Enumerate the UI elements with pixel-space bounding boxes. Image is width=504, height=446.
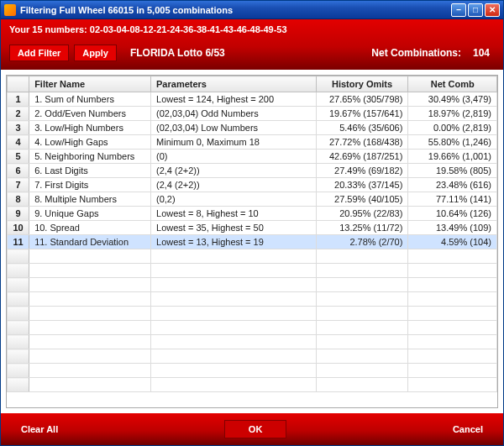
- table-row[interactable]: 88. Multiple Numbers(0,2)27.59% (40/105)…: [8, 192, 497, 207]
- ok-button[interactable]: OK: [224, 420, 287, 438]
- cell-parameters: (0,2): [151, 192, 317, 207]
- table-row[interactable]: 1111. Standard DeviationLowest = 13, Hig…: [8, 235, 497, 249]
- cell-parameters: (2,4 (2+2)): [151, 164, 317, 178]
- table-row[interactable]: 44. Low/High GapsMinimum 0, Maximum 1827…: [8, 135, 497, 150]
- row-number: 10: [8, 221, 29, 235]
- app-icon: [4, 4, 16, 16]
- net-combinations-value: 104: [473, 47, 490, 59]
- cell-history-omits: 27.49% (69/182): [316, 164, 408, 178]
- cell-filter-name: 11. Standard Deviation: [29, 235, 151, 249]
- table-row[interactable]: [8, 335, 497, 349]
- cell-net-comb: 0.00% (2,819): [408, 121, 497, 135]
- col-rownum[interactable]: [8, 76, 29, 92]
- table-row[interactable]: [8, 307, 497, 321]
- cell-net-comb: 13.49% (109): [408, 221, 497, 235]
- clear-all-button[interactable]: Clear All: [13, 421, 66, 438]
- cell-filter-name: 8. Multiple Numbers: [29, 192, 151, 207]
- cell-parameters: Lowest = 35, Highest = 50: [151, 221, 317, 235]
- row-number: 5: [8, 150, 29, 164]
- table-row[interactable]: [8, 292, 497, 307]
- row-number: 1: [8, 92, 29, 107]
- maximize-button[interactable]: □: [468, 3, 483, 17]
- row-number: 4: [8, 135, 29, 150]
- table-row[interactable]: [8, 321, 497, 335]
- cell-parameters: Lowest = 124, Highest = 200: [151, 92, 317, 107]
- cell-net-comb: 55.80% (1,246): [408, 135, 497, 150]
- table-row[interactable]: 66. Last Digits(2,4 (2+2))27.49% (69/182…: [8, 164, 497, 178]
- table-row[interactable]: [8, 264, 497, 278]
- cell-parameters: (0): [151, 150, 317, 164]
- table-row[interactable]: 33. Low/High Numbers(02,03,04) Low Numbe…: [8, 121, 497, 135]
- table-row[interactable]: [8, 278, 497, 292]
- row-number: 3: [8, 121, 29, 135]
- row-number: 6: [8, 164, 29, 178]
- row-number: 7: [8, 178, 29, 192]
- cell-parameters: Lowest = 13, Highest = 19: [151, 235, 317, 249]
- net-combinations-label: Net Combinations:: [371, 47, 461, 59]
- add-filter-button[interactable]: Add Filter: [9, 45, 69, 61]
- window-title: Filtering Full Wheel 66015 in 5,005 comb…: [20, 5, 451, 15]
- row-number: 8: [8, 192, 29, 207]
- cell-history-omits: 27.72% (168/438): [316, 135, 408, 150]
- cell-net-comb: 10.64% (126): [408, 207, 497, 221]
- cell-net-comb: 19.66% (1,001): [408, 150, 497, 164]
- cell-net-comb: 77.11% (141): [408, 192, 497, 207]
- cell-net-comb: 18.97% (2,819): [408, 107, 497, 121]
- table-row[interactable]: 55. Neighboring Numbers(0)42.69% (187/25…: [8, 150, 497, 164]
- cancel-button[interactable]: Cancel: [444, 421, 491, 438]
- cell-parameters: Lowest = 8, Highest = 10: [151, 207, 317, 221]
- col-net-comb[interactable]: Net Comb: [408, 76, 497, 92]
- table-row[interactable]: 99. Unique GapsLowest = 8, Highest = 102…: [8, 207, 497, 221]
- cell-history-omits: 5.46% (35/606): [316, 121, 408, 135]
- minimize-button[interactable]: –: [451, 3, 466, 17]
- cell-filter-name: 1. Sum of Numbers: [29, 92, 151, 107]
- cell-net-comb: 30.49% (3,479): [408, 92, 497, 107]
- close-button[interactable]: ✕: [485, 3, 500, 17]
- table-row[interactable]: 77. First Digits(2,4 (2+2))20.33% (37/14…: [8, 178, 497, 192]
- cell-net-comb: 4.59% (104): [408, 235, 497, 249]
- cell-filter-name: 10. Spread: [29, 221, 151, 235]
- cell-parameters: (02,03,04) Odd Numbers: [151, 107, 317, 121]
- cell-filter-name: 7. First Digits: [29, 178, 151, 192]
- table-row[interactable]: [8, 249, 497, 264]
- cell-filter-name: 5. Neighboring Numbers: [29, 150, 151, 164]
- apply-button[interactable]: Apply: [74, 45, 117, 61]
- cell-history-omits: 13.25% (11/72): [316, 221, 408, 235]
- row-number: 2: [8, 107, 29, 121]
- table-row[interactable]: [8, 364, 497, 378]
- your-numbers: Your 15 numbers: 02-03-04-08-12-21-24-36…: [9, 24, 495, 45]
- filter-grid[interactable]: Filter Name Parameters History Omits Net…: [6, 75, 498, 408]
- cell-parameters: (02,03,04) Low Numbers: [151, 121, 317, 135]
- row-number: 11: [8, 235, 29, 249]
- cell-filter-name: 4. Low/High Gaps: [29, 135, 151, 150]
- cell-history-omits: 27.65% (305/798): [316, 92, 408, 107]
- cell-net-comb: 23.48% (616): [408, 178, 497, 192]
- cell-history-omits: 27.59% (40/105): [316, 192, 408, 207]
- cell-filter-name: 2. Odd/Even Numbers: [29, 107, 151, 121]
- table-row[interactable]: 1010. SpreadLowest = 35, Highest = 5013.…: [8, 221, 497, 235]
- row-number: 9: [8, 207, 29, 221]
- table-row[interactable]: 11. Sum of NumbersLowest = 124, Highest …: [8, 92, 497, 107]
- cell-filter-name: 3. Low/High Numbers: [29, 121, 151, 135]
- cell-history-omits: 20.33% (37/145): [316, 178, 408, 192]
- cell-history-omits: 19.67% (157/641): [316, 107, 408, 121]
- cell-filter-name: 6. Last Digits: [29, 164, 151, 178]
- cell-history-omits: 20.95% (22/83): [316, 207, 408, 221]
- cell-history-omits: 42.69% (187/251): [316, 150, 408, 164]
- titlebar: Filtering Full Wheel 66015 in 5,005 comb…: [1, 1, 503, 19]
- cell-net-comb: 19.58% (805): [408, 164, 497, 178]
- cell-parameters: Minimum 0, Maximum 18: [151, 135, 317, 150]
- table-row[interactable]: 22. Odd/Even Numbers(02,03,04) Odd Numbe…: [8, 107, 497, 121]
- cell-filter-name: 9. Unique Gaps: [29, 207, 151, 221]
- cell-history-omits: 2.78% (2/70): [316, 235, 408, 249]
- col-filter-name[interactable]: Filter Name: [29, 76, 151, 92]
- col-history-omits[interactable]: History Omits: [316, 76, 408, 92]
- table-row[interactable]: [8, 349, 497, 364]
- lotto-name: FLORIDA Lotto 6/53: [130, 47, 225, 59]
- cell-parameters: (2,4 (2+2)): [151, 178, 317, 192]
- table-row[interactable]: [8, 378, 497, 392]
- col-parameters[interactable]: Parameters: [151, 76, 317, 92]
